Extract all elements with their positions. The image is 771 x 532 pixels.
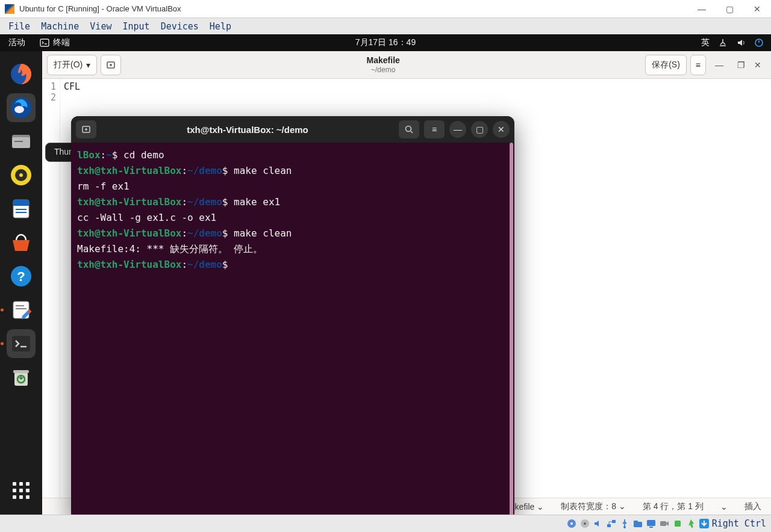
svg-point-10 xyxy=(19,173,23,177)
vb-display-icon[interactable] xyxy=(646,518,657,529)
chevron-down-icon: ▾ xyxy=(86,60,90,70)
vb-recording-icon[interactable] xyxy=(659,518,670,529)
menu-machine[interactable]: Machine xyxy=(36,20,84,33)
menu-help[interactable]: Help xyxy=(205,20,236,33)
network-icon[interactable] xyxy=(718,38,728,48)
power-icon[interactable] xyxy=(754,38,764,48)
dock-firefox[interactable] xyxy=(7,60,36,88)
terminal-window: txh@txh-VirtualBox: ~/demo ≡ — ▢ ✕ lBox:… xyxy=(71,116,514,521)
terminal-title: txh@txh-VirtualBox: ~/demo xyxy=(101,125,394,135)
status-tabwidth[interactable]: 制表符宽度：8 ⌄ xyxy=(561,501,626,512)
terminal-line: cc -Wall -g ex1.c -o ex1 xyxy=(77,210,508,226)
hamburger-icon: ≡ xyxy=(432,125,437,134)
vb-keyboard-icon[interactable] xyxy=(699,518,710,529)
open-button[interactable]: 打开(O) ▾ xyxy=(47,55,97,75)
gnome-topbar: 活动 终端 7月17日 16：49 英 xyxy=(0,34,771,51)
hamburger-button[interactable]: ≡ xyxy=(690,55,706,75)
gedit-close-button[interactable]: ✕ xyxy=(749,60,766,70)
svg-rect-13 xyxy=(16,209,27,210)
svg-rect-6 xyxy=(12,137,30,148)
new-tab-button[interactable] xyxy=(101,55,121,75)
dock-help[interactable]: ? xyxy=(7,262,36,291)
save-button[interactable]: 保存(S) xyxy=(645,55,687,75)
svg-rect-39 xyxy=(675,521,681,527)
dock-terminal[interactable] xyxy=(7,329,36,358)
terminal-scrollbar[interactable] xyxy=(510,143,513,516)
status-insert-mode: 插入 xyxy=(744,501,761,512)
terminal-line: lBox:~$ cd demo xyxy=(77,147,508,163)
vb-usb-icon[interactable] xyxy=(619,518,630,529)
menu-file[interactable]: File xyxy=(4,20,35,33)
svg-rect-19 xyxy=(16,308,27,309)
maximize-button[interactable]: ▢ xyxy=(716,0,743,18)
terminal-line: txh@txh-VirtualBox:~/demo$ xyxy=(77,257,508,273)
dock-text-editor[interactable] xyxy=(7,295,36,324)
virtualbox-logo-icon xyxy=(5,4,14,14)
terminal-menu-button[interactable]: ≡ xyxy=(424,120,445,138)
svg-rect-31 xyxy=(607,524,611,527)
hamburger-icon: ≡ xyxy=(696,60,701,70)
dock-trash[interactable] xyxy=(7,363,36,392)
svg-point-30 xyxy=(584,522,586,525)
vb-shared-folder-icon[interactable] xyxy=(632,518,643,529)
terminal-minimize-button[interactable]: — xyxy=(449,121,466,138)
gedit-title: Makefile ~/demo xyxy=(121,55,645,74)
vb-cpu-icon[interactable] xyxy=(672,518,683,529)
svg-rect-14 xyxy=(16,212,27,213)
svg-point-28 xyxy=(570,522,573,525)
gedit-minimize-button[interactable]: — xyxy=(706,60,732,70)
gedit-title-sub: ~/demo xyxy=(121,66,645,74)
vb-harddisk-icon[interactable] xyxy=(566,518,577,529)
terminal-line: Makefile:4: *** 缺失分隔符。 停止。 xyxy=(77,241,508,257)
terminal-new-tab-button[interactable] xyxy=(76,120,96,138)
ime-indicator[interactable]: 英 xyxy=(701,37,710,48)
svg-rect-36 xyxy=(647,520,655,526)
ubuntu-dock: ? xyxy=(0,51,42,515)
minimize-button[interactable]: — xyxy=(688,0,716,18)
gedit-title-main: Makefile xyxy=(121,55,645,66)
svg-rect-12 xyxy=(13,200,29,206)
terminal-close-button[interactable]: ✕ xyxy=(493,121,510,138)
terminal-search-button[interactable] xyxy=(399,120,419,138)
gedit-maximize-button[interactable]: ❐ xyxy=(732,60,749,70)
dock-libreoffice-writer[interactable] xyxy=(7,194,36,223)
save-button-label: 保存(S) xyxy=(652,60,680,70)
vb-network-icon[interactable] xyxy=(606,518,617,529)
svg-rect-37 xyxy=(649,527,653,528)
vb-optical-icon[interactable] xyxy=(579,518,590,529)
gedit-headerbar: 打开(O) ▾ Makefile ~/demo 保存(S) ≡ — ❐ ✕ xyxy=(42,51,771,79)
svg-rect-20 xyxy=(12,336,30,351)
guest-screen: 活动 终端 7月17日 16：49 英 ? 打开(O) xyxy=(0,34,771,515)
menu-input[interactable]: Input xyxy=(117,20,154,33)
dock-files[interactable] xyxy=(7,127,36,156)
terminal-line: rm -f ex1 xyxy=(77,179,508,194)
menu-view[interactable]: View xyxy=(85,20,116,33)
svg-point-4 xyxy=(14,106,24,113)
menu-devices[interactable]: Devices xyxy=(156,20,204,33)
terminal-headerbar: txh@txh-VirtualBox: ~/demo ≡ — ▢ ✕ xyxy=(71,116,514,143)
svg-point-33 xyxy=(623,526,626,528)
gedit-gutter: 1 2 xyxy=(42,79,60,498)
clock: 7月17日 16：49 xyxy=(0,37,771,48)
close-button[interactable]: ✕ xyxy=(743,0,771,18)
open-button-label: 打开(O) xyxy=(54,60,83,70)
terminal-line: txh@txh-VirtualBox:~/demo$ make ex1 xyxy=(77,194,508,210)
dock-thunderbird[interactable] xyxy=(7,93,36,122)
app-indicator[interactable]: 终端 xyxy=(40,37,70,48)
svg-rect-7 xyxy=(14,141,23,142)
terminal-line: txh@txh-VirtualBox:~/demo$ make clean xyxy=(77,163,508,179)
show-applications-button[interactable] xyxy=(9,478,33,503)
activities-button[interactable]: 活动 xyxy=(0,37,34,48)
terminal-maximize-button[interactable]: ▢ xyxy=(471,121,488,138)
window-title: Ubuntu for C [Running] - Oracle VM Virtu… xyxy=(19,4,688,13)
sound-icon[interactable] xyxy=(736,38,746,48)
virtualbox-menubar: File Machine View Input Devices Help xyxy=(0,18,771,34)
terminal-body[interactable]: lBox:~$ cd demotxh@txh-VirtualBox:~/demo… xyxy=(71,143,514,521)
terminal-indicator-icon xyxy=(40,38,49,48)
status-chevron[interactable]: ⌄ xyxy=(720,502,728,512)
vb-mouse-icon[interactable] xyxy=(685,518,696,529)
dock-rhythmbox[interactable] xyxy=(7,161,36,190)
dock-ubuntu-software[interactable] xyxy=(7,228,36,257)
svg-rect-22 xyxy=(13,370,29,373)
vb-audio-icon[interactable] xyxy=(593,518,604,529)
